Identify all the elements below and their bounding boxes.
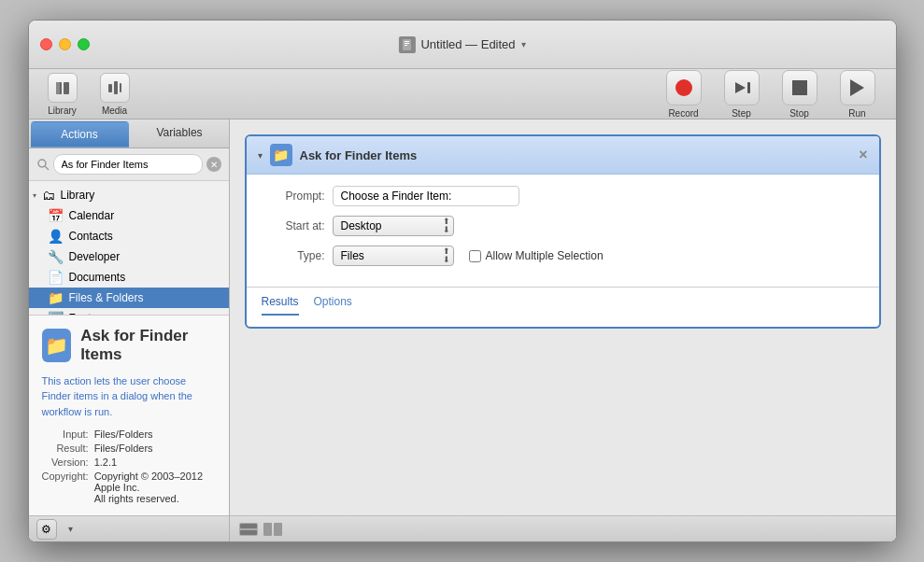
record-button[interactable]: Record	[657, 66, 711, 122]
action-card: ▾ 📁 Ask for Finder Items × Prompt:	[245, 134, 881, 329]
view-split-button[interactable]	[263, 523, 282, 536]
tree-root-label: Library	[61, 189, 95, 202]
svg-rect-15	[240, 530, 257, 535]
desc-icon: 📁	[42, 329, 72, 362]
svg-rect-11	[747, 82, 750, 93]
stop-button[interactable]: Stop	[773, 66, 827, 122]
prompt-input[interactable]	[333, 186, 519, 206]
window-title: Untitled — Edited	[420, 37, 515, 51]
prompt-row: Prompt:	[262, 186, 864, 206]
library-icon	[48, 73, 78, 103]
action-tabs: Results Options	[247, 287, 879, 316]
action-collapse-button[interactable]: ▾	[258, 150, 263, 161]
svg-rect-3	[404, 45, 406, 46]
tree-item-documents[interactable]: 📄 Documents	[29, 267, 229, 288]
title-chevron-icon[interactable]: ▾	[521, 39, 526, 49]
action-close-button[interactable]: ×	[859, 147, 867, 163]
media-button[interactable]: Media	[92, 69, 137, 119]
description-panel: 📁 Ask for Finder Items This action lets …	[29, 315, 229, 516]
step-button[interactable]: Step	[715, 66, 769, 122]
documents-icon: 📄	[48, 270, 64, 285]
contacts-icon: 👤	[48, 229, 64, 244]
tab-spacer	[247, 316, 879, 327]
tree-item-files-folders[interactable]: 📁 Files & Folders	[29, 288, 229, 308]
svg-rect-7	[108, 84, 112, 92]
tree-toggle-icon: ▾	[33, 191, 36, 200]
type-row: Type: Files Folders Files and Folders ⬆⬇	[262, 246, 864, 266]
input-key: Input:	[42, 429, 89, 440]
run-label: Run	[848, 108, 865, 119]
down-arrow-button[interactable]: ▾	[63, 521, 79, 538]
type-select-wrap: Files Folders Files and Folders ⬆⬇	[333, 246, 454, 266]
svg-rect-1	[404, 41, 408, 42]
allow-multiple-label: Allow Multiple Selection	[486, 249, 604, 262]
allow-multiple-checkbox[interactable]	[469, 250, 481, 262]
desc-header: 📁 Ask for Finder Items	[42, 327, 216, 364]
step-label: Step	[732, 108, 751, 119]
close-button[interactable]	[40, 38, 52, 50]
type-select[interactable]: Files Folders Files and Folders	[333, 246, 454, 266]
library-label: Library	[48, 105, 77, 116]
action-card-body: Prompt: Start at: Desktop Home Documents	[247, 175, 879, 287]
search-input[interactable]	[53, 154, 203, 175]
start-at-row: Start at: Desktop Home Documents ⬆⬇	[262, 216, 864, 236]
record-label: Record	[668, 108, 698, 119]
tree-label-files-folders: Files & Folders	[69, 291, 144, 304]
minimize-button[interactable]	[59, 38, 71, 50]
desc-body: This action lets the user choose Finder …	[42, 373, 216, 420]
toolbar: Library Media Record	[29, 69, 896, 119]
search-bar: ✕	[29, 148, 229, 181]
stop-label: Stop	[789, 108, 809, 119]
document-icon	[398, 36, 415, 53]
svg-rect-8	[114, 81, 118, 94]
title-area: Untitled — Edited ▾	[398, 36, 525, 53]
type-label: Type:	[262, 249, 325, 262]
maximize-button[interactable]	[78, 38, 90, 50]
toolbar-right: Record Step Stop	[657, 66, 885, 122]
search-clear-button[interactable]: ✕	[206, 157, 221, 172]
svg-rect-2	[404, 43, 408, 44]
view-list-button[interactable]	[239, 523, 258, 536]
svg-rect-14	[240, 524, 257, 528]
start-at-label: Start at:	[262, 219, 325, 232]
tree-label-developer: Developer	[69, 250, 121, 263]
record-icon	[666, 70, 702, 105]
titlebar: Untitled — Edited ▾	[29, 21, 896, 69]
svg-rect-6	[56, 82, 60, 94]
tree-label-calendar: Calendar	[69, 209, 115, 222]
tab-actions[interactable]: Actions	[31, 121, 129, 148]
gear-button[interactable]: ⚙	[36, 519, 57, 540]
tab-options[interactable]: Options	[314, 295, 352, 316]
app-window: Untitled — Edited ▾ Library	[28, 20, 897, 542]
tree-root[interactable]: ▾ 🗂 Library	[29, 185, 229, 205]
left-bottom-bar: ⚙ ▾	[29, 515, 229, 541]
copyright-value: Copyright © 2003–2012 Apple Inc. All rig…	[94, 471, 216, 504]
library-button[interactable]: Library	[40, 69, 85, 119]
run-button[interactable]: Run	[831, 66, 885, 122]
right-panel: ▾ 📁 Ask for Finder Items × Prompt:	[230, 119, 896, 541]
tree-label-documents: Documents	[69, 271, 126, 284]
traffic-lights	[40, 38, 90, 50]
result-key: Result:	[42, 443, 89, 454]
tree-item-contacts[interactable]: 👤 Contacts	[29, 226, 229, 246]
prompt-label: Prompt:	[262, 190, 325, 203]
allow-multiple-row: Allow Multiple Selection	[469, 249, 604, 262]
stop-icon	[782, 70, 817, 105]
tree-label-contacts: Contacts	[69, 230, 113, 243]
tab-variables[interactable]: Variables	[131, 119, 229, 148]
search-icon	[36, 158, 50, 171]
start-at-select[interactable]: Desktop Home Documents	[333, 216, 454, 236]
tree-item-calendar[interactable]: 📅 Calendar	[29, 205, 229, 226]
svg-point-12	[38, 160, 46, 167]
result-value: Files/Folders	[94, 443, 216, 454]
copyright-key: Copyright:	[42, 471, 89, 504]
version-value: 1.2.1	[94, 457, 216, 468]
run-icon	[840, 70, 875, 105]
step-icon	[724, 70, 760, 105]
tree-item-developer[interactable]: 🔧 Developer	[29, 246, 229, 267]
tab-results[interactable]: Results	[262, 295, 299, 316]
svg-line-13	[45, 166, 49, 170]
workflow-area: ▾ 📁 Ask for Finder Items × Prompt:	[230, 119, 896, 515]
files-folders-icon: 📁	[48, 290, 64, 305]
input-value: Files/Folders	[94, 429, 216, 440]
